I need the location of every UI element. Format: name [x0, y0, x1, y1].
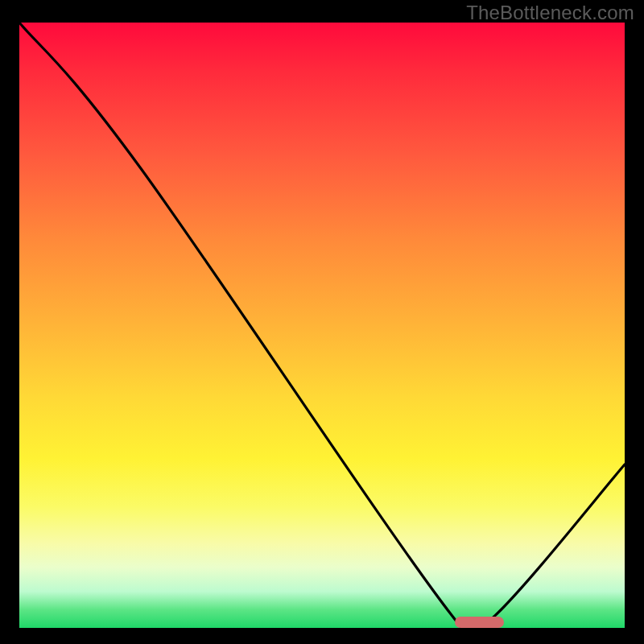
chart-frame: TheBottleneck.com: [0, 0, 644, 644]
curve-svg: [19, 23, 625, 628]
plot-area: [19, 23, 625, 628]
optimal-range-marker: [455, 617, 503, 628]
watermark-text: TheBottleneck.com: [466, 2, 634, 24]
bottleneck-curve: [19, 23, 625, 644]
